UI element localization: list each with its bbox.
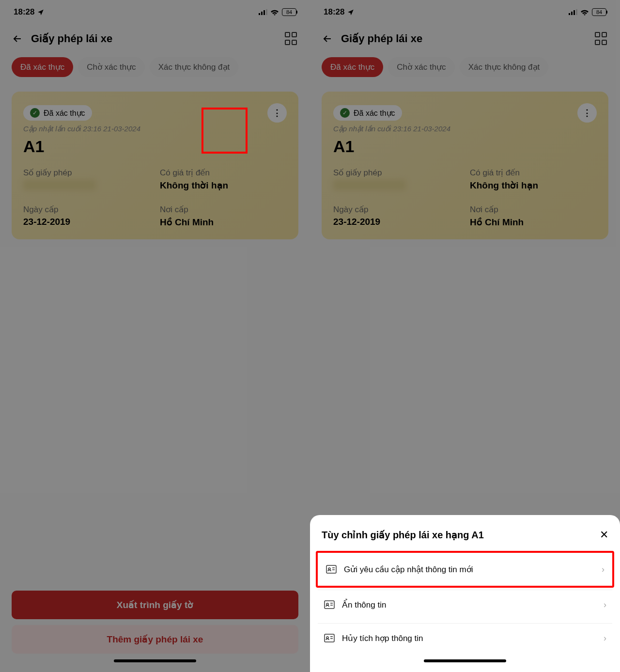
status-bar: 18:28 84	[310, 0, 620, 24]
chevron-right-icon: ›	[604, 633, 606, 643]
svg-rect-1	[261, 12, 263, 15]
battery-icon: 84	[592, 8, 606, 16]
valid-until-value: Không thời hạn	[470, 180, 597, 191]
svg-rect-6	[574, 10, 575, 15]
tabs-row: Đã xác thực Chờ xác thực Xác thực không …	[0, 53, 310, 87]
valid-until-label: Có giá trị đến	[470, 168, 597, 178]
sheet-item-label: Ẩn thông tin	[342, 600, 597, 610]
id-card-icon	[324, 599, 335, 610]
svg-rect-12	[325, 634, 334, 642]
phone-left: 18:28 84 Giấy phép lái xe Đã xác thực Ch…	[0, 0, 310, 672]
page-title: Giấy phép lái xe	[341, 32, 587, 45]
close-icon[interactable]: ✕	[600, 529, 608, 541]
tab-pending[interactable]: Chờ xác thực	[78, 57, 144, 77]
add-license-button[interactable]: Thêm giấy phép lái xe	[12, 625, 298, 654]
home-indicator	[424, 659, 506, 662]
sheet-item-label: Hủy tích hợp thông tin	[342, 633, 597, 643]
battery-icon: 84	[282, 8, 296, 16]
check-icon: ✓	[340, 108, 350, 118]
issue-date-value: 23-12-2019	[23, 217, 150, 227]
back-arrow-icon[interactable]	[12, 33, 23, 45]
signal-icon	[569, 9, 577, 15]
svg-rect-10	[325, 601, 334, 609]
sheet-item-update-request[interactable]: Gửi yêu cầu cập nhật thông tin mới ›	[320, 555, 610, 584]
last-updated: Cập nhật lần cuối 23:16 21-03-2024	[333, 125, 597, 133]
issue-date-value: 23-12-2019	[333, 217, 460, 227]
license-number-value	[23, 180, 96, 190]
svg-point-13	[326, 637, 328, 639]
svg-rect-0	[259, 13, 260, 15]
wifi-icon	[270, 9, 279, 16]
sheet-item-wrap: Hủy tích hợp thông tin ›	[316, 621, 614, 655]
license-class: A1	[23, 137, 287, 156]
more-button[interactable]: ⋮	[577, 103, 597, 123]
verified-badge: ✓ Đã xác thực	[23, 105, 92, 121]
license-number-value	[333, 180, 406, 190]
last-updated: Cập nhật lần cuối 23:16 21-03-2024	[23, 125, 287, 133]
sheet-item-wrap: Ẩn thông tin ›	[316, 588, 614, 621]
more-button[interactable]: ⋮	[267, 103, 287, 123]
tab-verified[interactable]: Đã xác thực	[12, 57, 73, 77]
svg-rect-7	[576, 9, 577, 15]
valid-until-value: Không thời hạn	[160, 180, 287, 191]
license-number-label: Số giấy phép	[333, 168, 460, 178]
action-sheet: Tùy chỉnh giấy phép lái xe hạng A1 ✕ Gửi…	[310, 515, 620, 672]
svg-point-11	[326, 603, 328, 605]
check-icon: ✓	[30, 108, 40, 118]
license-number-label: Số giấy phép	[23, 168, 150, 178]
sheet-item-label: Gửi yêu cầu cập nhật thông tin mới	[344, 564, 595, 575]
status-time: 18:28	[14, 7, 34, 17]
wifi-icon	[580, 9, 589, 16]
page-header: Giấy phép lái xe	[0, 24, 310, 53]
chevron-right-icon: ›	[602, 564, 604, 575]
present-document-button[interactable]: Xuất trình giấy tờ	[12, 591, 298, 619]
svg-rect-2	[264, 10, 265, 15]
badge-label: Đã xác thực	[44, 109, 85, 118]
verified-badge: ✓ Đã xác thực	[333, 105, 402, 121]
license-class: A1	[333, 137, 597, 156]
badge-label: Đã xác thực	[354, 109, 395, 118]
sheet-item-hide-info[interactable]: Ẩn thông tin ›	[318, 590, 612, 619]
license-card: ✓ Đã xác thực ⋮ Cập nhật lần cuối 23:16 …	[12, 92, 298, 239]
svg-rect-4	[569, 13, 570, 15]
highlight-update-request: Gửi yêu cầu cập nhật thông tin mới ›	[316, 551, 614, 588]
tabs-row: Đã xác thực Chờ xác thực Xác thực không …	[310, 53, 620, 87]
sheet-title: Tùy chỉnh giấy phép lái xe hạng A1	[322, 529, 484, 541]
issue-date-label: Ngày cấp	[333, 204, 460, 215]
issue-place-value: Hồ Chí Minh	[160, 217, 287, 228]
issue-place-value: Hồ Chí Minh	[470, 217, 597, 228]
bottom-actions: Xuất trình giấy tờ Thêm giấy phép lái xe	[0, 591, 310, 672]
tab-verified[interactable]: Đã xác thực	[322, 57, 383, 77]
signal-icon	[259, 9, 267, 15]
license-card: ✓ Đã xác thực ⋮ Cập nhật lần cuối 23:16 …	[322, 92, 608, 239]
svg-rect-3	[266, 9, 267, 15]
issue-date-label: Ngày cấp	[23, 204, 150, 215]
status-bar: 18:28 84	[0, 0, 310, 24]
page-header: Giấy phép lái xe	[310, 24, 620, 53]
phone-right: 18:28 84 Giấy phép lái xe Đã xác thực Ch…	[310, 0, 620, 672]
issue-place-label: Nơi cấp	[160, 204, 287, 215]
location-arrow-icon	[37, 9, 44, 16]
page-title: Giấy phép lái xe	[31, 32, 277, 45]
tab-pending[interactable]: Chờ xác thực	[388, 57, 454, 77]
svg-point-9	[328, 568, 330, 570]
valid-until-label: Có giá trị đến	[160, 168, 287, 178]
svg-rect-8	[326, 565, 336, 573]
chevron-right-icon: ›	[604, 600, 606, 610]
svg-rect-5	[571, 12, 573, 15]
qr-code-icon[interactable]	[285, 32, 298, 46]
tab-failed[interactable]: Xác thực không đạt	[150, 57, 239, 77]
status-time: 18:28	[324, 7, 344, 17]
qr-code-icon[interactable]	[595, 32, 608, 46]
back-arrow-icon[interactable]	[322, 33, 333, 45]
home-indicator	[114, 659, 196, 662]
id-card-icon	[324, 632, 335, 644]
id-card-icon	[326, 563, 337, 575]
tab-failed[interactable]: Xác thực không đạt	[460, 57, 549, 77]
sheet-item-remove-integration[interactable]: Hủy tích hợp thông tin ›	[318, 623, 612, 653]
issue-place-label: Nơi cấp	[470, 204, 597, 215]
location-arrow-icon	[347, 9, 354, 16]
